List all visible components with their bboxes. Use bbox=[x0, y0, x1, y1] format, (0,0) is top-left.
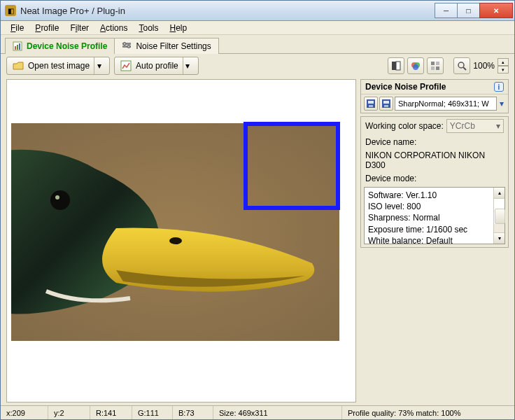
minimize-button[interactable]: ─ bbox=[435, 3, 458, 18]
image-canvas[interactable] bbox=[6, 79, 356, 402]
color-space-select[interactable]: YCrCb▾ bbox=[446, 119, 504, 133]
svg-rect-16 bbox=[431, 66, 435, 70]
svg-rect-10 bbox=[396, 62, 400, 70]
status-r: R:141 bbox=[90, 406, 132, 419]
svg-rect-1 bbox=[15, 46, 16, 50]
tab-label: Noise Filter Settings bbox=[136, 41, 211, 51]
status-size: Size: 469x311 bbox=[213, 406, 342, 419]
list-scrollbar[interactable]: ▴ ▾ bbox=[493, 188, 505, 244]
svg-point-13 bbox=[413, 64, 418, 70]
view-channels-button[interactable] bbox=[407, 57, 424, 74]
svg-point-23 bbox=[55, 195, 59, 200]
button-label: Auto profile bbox=[136, 61, 178, 71]
chevron-down-icon: ▾ bbox=[496, 121, 500, 131]
panel-title: Device Noise Profile bbox=[365, 82, 446, 92]
statusbar: x:209 y:2 R:141 G:111 B:73 Size: 469x311… bbox=[1, 405, 514, 419]
status-quality: Profile quality: 73% match: 100% bbox=[342, 406, 514, 419]
chevron-down-icon[interactable]: ▾ bbox=[498, 99, 505, 108]
menubar: File Profile Filter Actions Tools Help bbox=[1, 21, 514, 35]
scroll-thumb[interactable] bbox=[495, 209, 505, 224]
info-icon[interactable]: i bbox=[494, 82, 504, 92]
side-panel: Device Noise Profile i SharpNormal; 469x… bbox=[360, 79, 509, 402]
menu-actions[interactable]: Actions bbox=[96, 22, 132, 34]
svg-rect-14 bbox=[431, 62, 435, 65]
zoom-value: 100% bbox=[473, 61, 495, 71]
status-g: G:111 bbox=[132, 406, 173, 419]
meta-iso: ISO level: 800 bbox=[368, 201, 490, 212]
svg-rect-17 bbox=[436, 66, 439, 70]
view-mode-group: 100% ▴▾ bbox=[388, 57, 509, 74]
svg-point-18 bbox=[458, 62, 464, 68]
menu-help[interactable]: Help bbox=[165, 22, 191, 34]
autoprofile-icon bbox=[120, 60, 132, 71]
meta-software: Software: Ver.1.10 bbox=[368, 190, 490, 201]
meta-wb: White balance: Default bbox=[368, 235, 490, 244]
menu-filter[interactable]: Filter bbox=[66, 22, 93, 34]
wcs-value: YCrCb bbox=[450, 121, 475, 131]
status-y: y:2 bbox=[48, 406, 90, 419]
app-icon: ◧ bbox=[5, 5, 16, 16]
svg-rect-29 bbox=[384, 105, 388, 107]
scroll-down-icon[interactable]: ▾ bbox=[494, 232, 505, 244]
tabs: Device Noise Profile Noise Filter Settin… bbox=[1, 35, 514, 54]
view-split-button[interactable] bbox=[388, 57, 404, 74]
svg-rect-28 bbox=[383, 101, 389, 104]
toolbar: Open test image ▾ Auto profile ▾ bbox=[1, 54, 514, 78]
svg-rect-2 bbox=[17, 45, 18, 50]
open-icon bbox=[13, 60, 24, 71]
app-window: ◧ Neat Image Pro+ / Plug-in ─ □ ✕ File P… bbox=[0, 0, 515, 420]
spinner-down[interactable]: ▾ bbox=[498, 66, 509, 74]
tab-noise-filter-settings[interactable]: Noise Filter Settings bbox=[114, 38, 218, 54]
meta-sharpness: Sharpness: Normal bbox=[368, 212, 490, 223]
profile-name-field[interactable]: SharpNormal; 469x311; W bbox=[395, 97, 497, 111]
tab-label: Device Noise Profile bbox=[27, 41, 107, 51]
spinner-up[interactable]: ▴ bbox=[498, 58, 509, 66]
view-variants-button[interactable] bbox=[427, 57, 444, 74]
devmode-label: Device mode: bbox=[365, 174, 416, 183]
device-mode-list: Software: Ver.1.10 ISO level: 800 Sharpn… bbox=[364, 187, 505, 244]
svg-rect-15 bbox=[436, 62, 439, 65]
zoom-spinner[interactable]: ▴▾ bbox=[498, 58, 509, 74]
save-profile-as-button[interactable] bbox=[379, 97, 393, 111]
profile-tab-icon bbox=[13, 41, 22, 51]
svg-point-22 bbox=[50, 190, 70, 210]
menu-profile[interactable]: Profile bbox=[31, 22, 63, 34]
meta-exposure: Exposure time: 1/1600 sec bbox=[368, 224, 490, 235]
window-title: Neat Image Pro+ / Plug-in bbox=[20, 6, 435, 16]
svg-point-7 bbox=[127, 46, 130, 48]
svg-rect-3 bbox=[19, 43, 20, 50]
status-b: B:73 bbox=[173, 406, 213, 419]
svg-point-6 bbox=[123, 43, 126, 46]
devname-label: Device name: bbox=[365, 137, 416, 147]
scroll-up-icon[interactable]: ▴ bbox=[494, 188, 505, 199]
svg-rect-26 bbox=[369, 105, 373, 107]
svg-point-21 bbox=[169, 237, 182, 244]
chevron-down-icon[interactable]: ▾ bbox=[94, 57, 104, 74]
button-label: Open test image bbox=[28, 61, 90, 71]
open-test-image-button[interactable]: Open test image ▾ bbox=[6, 57, 110, 75]
device-name-value: NIKON CORPORATION NIKON D300 bbox=[361, 149, 508, 172]
menu-tools[interactable]: Tools bbox=[134, 22, 162, 34]
zoom-tool-button[interactable] bbox=[453, 57, 470, 74]
svg-rect-9 bbox=[392, 62, 396, 70]
maximize-button[interactable]: □ bbox=[457, 3, 480, 18]
panel-heading: Device Noise Profile i bbox=[361, 80, 508, 94]
status-x: x:209 bbox=[1, 406, 48, 419]
wcs-label: Working color space: bbox=[365, 121, 444, 131]
titlebar: ◧ Neat Image Pro+ / Plug-in ─ □ ✕ bbox=[1, 1, 514, 21]
noise-sample-selection[interactable] bbox=[244, 122, 340, 210]
chevron-down-icon[interactable]: ▾ bbox=[183, 57, 192, 74]
profile-name-text: SharpNormal; 469x311; W bbox=[398, 99, 489, 108]
menu-file[interactable]: File bbox=[6, 22, 28, 34]
svg-rect-25 bbox=[368, 101, 374, 104]
save-profile-button[interactable] bbox=[364, 97, 378, 111]
close-button[interactable]: ✕ bbox=[479, 3, 513, 18]
auto-profile-button[interactable]: Auto profile ▾ bbox=[114, 57, 199, 75]
filter-tab-icon bbox=[122, 41, 132, 51]
svg-line-19 bbox=[463, 67, 466, 70]
tab-device-noise-profile[interactable]: Device Noise Profile bbox=[5, 38, 115, 54]
